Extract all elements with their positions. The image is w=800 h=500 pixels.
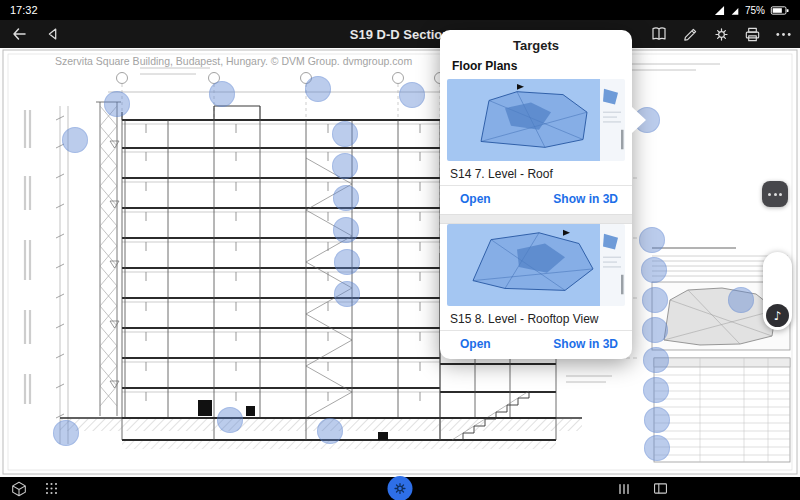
battery-icon [770,5,790,16]
target-card: S14 7. Level - Roof Open Show in 3D [440,79,632,214]
target-title: S15 8. Level - Rooftop View [440,306,632,330]
target-title: S14 7. Level - Roof [440,161,632,185]
link-marker[interactable] [334,281,360,307]
grid-dots-icon [44,481,59,496]
link-marker[interactable] [399,82,425,108]
card-separator [440,214,632,224]
split-view-button[interactable] [652,480,669,497]
link-marker[interactable] [333,185,359,211]
link-marker[interactable] [333,217,359,243]
gear-icon [393,481,408,496]
link-marker[interactable] [643,377,669,403]
link-marker[interactable] [217,407,243,433]
watermark: Szervita Square Building, Budapest, Hung… [55,55,412,67]
link-marker[interactable] [334,249,360,275]
floor-plan-thumbnail[interactable] [447,224,625,306]
settings-button[interactable] [708,21,734,47]
items-grid-button[interactable] [44,481,59,496]
sheet-title: S19 D-D Section [350,20,450,48]
targets-popup: Targets Floor Plans S14 7. Level - Roof … [440,30,632,359]
link-marker[interactable] [53,420,79,446]
more-options-button[interactable] [770,21,796,47]
sheet-list-button[interactable] [646,21,672,47]
side-more-button[interactable] [762,181,788,207]
link-marker[interactable] [62,127,88,153]
link-marker[interactable] [644,435,670,461]
more-dots-icon [768,193,771,196]
target-card: S15 8. Level - Rooftop View Open Show in… [440,224,632,359]
link-marker[interactable] [642,287,668,313]
audio-note-icon[interactable]: ♪ [766,304,789,327]
printer-icon [743,25,762,44]
battery-percent: 75% [745,5,765,16]
back-arrow-icon [9,24,29,44]
popup-tail [632,107,646,133]
clock: 17:32 [10,4,38,16]
link-marker[interactable] [642,317,668,343]
vertical-bars-icon [616,481,632,497]
3d-model-button[interactable] [10,480,28,498]
link-marker[interactable] [644,407,670,433]
network-icon [730,5,740,16]
gear-icon [712,25,731,44]
show-in-3d-button[interactable]: Show in 3D [553,337,618,351]
cube-icon [10,480,28,498]
previous-triangle-icon [44,25,62,43]
sheet-list-icon [649,24,669,44]
side-tool-pill[interactable]: ♪ [763,252,792,330]
signal-icon [714,5,725,16]
open-button[interactable]: Open [460,337,491,351]
open-button[interactable]: Open [460,192,491,206]
link-marker[interactable] [209,81,235,107]
link-marker[interactable] [728,287,754,313]
popup-title: Targets [440,30,632,59]
settings-fab[interactable] [388,476,413,500]
link-marker[interactable] [332,121,358,147]
link-marker[interactable] [641,257,667,283]
back-button[interactable] [6,21,32,47]
bottom-bar [0,477,800,500]
split-view-icon [652,480,669,497]
popup-section-label: Floor Plans [440,59,632,79]
app-toolbar: S19 D-D Section [0,20,800,48]
print-button[interactable] [739,21,765,47]
markup-button[interactable] [677,21,703,47]
status-bar: 17:32 75% [0,0,800,20]
link-marker[interactable] [305,76,331,102]
link-marker[interactable] [639,227,665,253]
pages-view-button[interactable] [616,481,632,497]
link-marker[interactable] [643,347,669,373]
link-marker[interactable] [104,91,130,117]
link-marker[interactable] [317,418,343,444]
link-marker[interactable] [332,153,358,179]
more-dots-icon [774,25,793,44]
show-in-3d-button[interactable]: Show in 3D [553,192,618,206]
drawing-viewport[interactable]: Szervita Square Building, Budapest, Hung… [0,48,800,477]
pencil-icon [681,25,700,44]
previous-sheet-button[interactable] [40,21,66,47]
floor-plan-thumbnail[interactable] [447,79,625,161]
